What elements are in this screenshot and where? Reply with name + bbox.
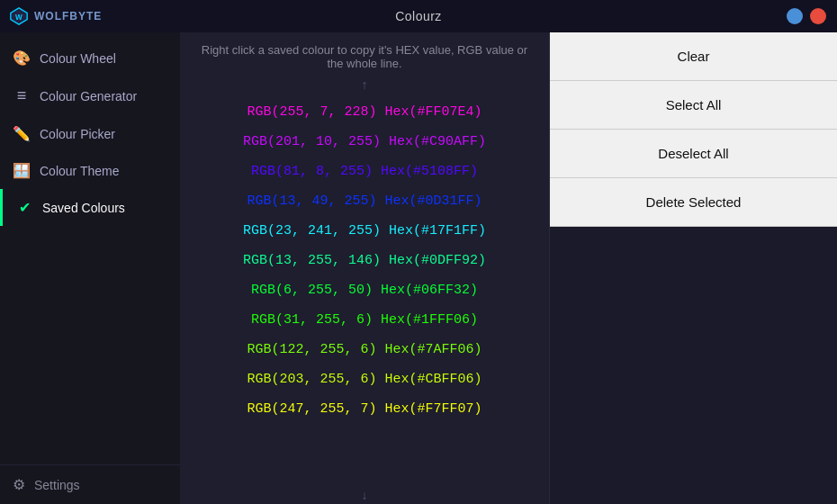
sidebar-label-saved-colours: Saved Colours — [42, 201, 125, 215]
deselect-all-button[interactable]: Deselect All — [550, 130, 837, 178]
sidebar-label-colour-picker: Colour Picker — [40, 127, 115, 141]
hint-text: Right click a saved colour to copy it's … — [180, 32, 549, 76]
titlebar: W WOLFBYTE Colourz — [0, 0, 837, 32]
content-area: Right click a saved colour to copy it's … — [180, 32, 837, 504]
colour-picker-icon: ✏️ — [13, 125, 31, 142]
color-list: RGB(255, 7, 228) Hex(#FF07E4)RGB(201, 10… — [180, 94, 549, 486]
color-item[interactable]: RGB(81, 8, 255) Hex(#5108FF) — [180, 157, 549, 186]
delete-selected-button[interactable]: Delete Selected — [550, 178, 837, 227]
sidebar-item-colour-theme[interactable]: 🪟 Colour Theme — [0, 152, 180, 189]
colour-generator-icon: ≡ — [13, 86, 31, 105]
close-button[interactable] — [810, 8, 826, 24]
colour-wheel-icon: 🎨 — [13, 50, 31, 67]
select-all-button[interactable]: Select All — [550, 81, 837, 130]
app-logo: W WOLFBYTE — [9, 6, 102, 26]
colour-theme-icon: 🪟 — [13, 162, 31, 179]
color-item[interactable]: RGB(255, 7, 228) Hex(#FF07E4) — [180, 97, 549, 127]
app-logo-text: WOLFBYTE — [34, 10, 102, 22]
color-item[interactable]: RGB(247, 255, 7) Hex(#F7FF07) — [180, 394, 549, 424]
main-layout: 🎨 Colour Wheel ≡ Colour Generator ✏️ Col… — [0, 32, 837, 504]
minimize-button[interactable] — [787, 8, 803, 24]
settings-icon: ⚙ — [13, 476, 25, 493]
app-title: Colourz — [395, 9, 442, 23]
clear-button[interactable]: Clear — [550, 32, 837, 81]
sidebar-label-colour-theme: Colour Theme — [40, 164, 119, 178]
color-item[interactable]: RGB(13, 49, 255) Hex(#0D31FF) — [180, 186, 549, 216]
color-item[interactable]: RGB(23, 241, 255) Hex(#17F1FF) — [180, 216, 549, 246]
color-item[interactable]: RGB(13, 255, 146) Hex(#0DFF92) — [180, 246, 549, 275]
sidebar-spacer — [0, 226, 180, 464]
color-item[interactable]: RGB(31, 255, 6) Hex(#1FFF06) — [180, 305, 549, 335]
scroll-down-arrow[interactable]: ↓ — [180, 486, 549, 504]
scroll-up-arrow[interactable]: ↑ — [180, 76, 549, 94]
settings-label: Settings — [34, 478, 80, 492]
sidebar-label-colour-generator: Colour Generator — [40, 89, 137, 104]
settings-item[interactable]: ⚙ Settings — [0, 464, 180, 504]
window-controls — [787, 8, 826, 24]
color-item[interactable]: RGB(6, 255, 50) Hex(#06FF32) — [180, 275, 549, 305]
sidebar-item-colour-wheel[interactable]: 🎨 Colour Wheel — [0, 40, 180, 76]
color-item[interactable]: RGB(203, 255, 6) Hex(#CBFF06) — [180, 364, 549, 394]
sidebar-item-colour-generator[interactable]: ≡ Colour Generator — [0, 76, 180, 115]
color-item[interactable]: RGB(201, 10, 255) Hex(#C90AFF) — [180, 127, 549, 157]
color-item[interactable]: RGB(122, 255, 6) Hex(#7AFF06) — [180, 335, 549, 364]
sidebar-item-saved-colours[interactable]: ✔ Saved Colours — [0, 189, 180, 226]
saved-colours-icon: ✔ — [15, 199, 33, 216]
svg-text:W: W — [15, 14, 22, 22]
sidebar-label-colour-wheel: Colour Wheel — [40, 51, 116, 66]
wolfbyte-logo-icon: W — [9, 6, 29, 26]
sidebar-item-colour-picker[interactable]: ✏️ Colour Picker — [0, 115, 180, 152]
sidebar: 🎨 Colour Wheel ≡ Colour Generator ✏️ Col… — [0, 32, 180, 504]
right-panel: Clear Select All Deselect All Delete Sel… — [549, 32, 837, 504]
color-list-panel: Right click a saved colour to copy it's … — [180, 32, 549, 504]
